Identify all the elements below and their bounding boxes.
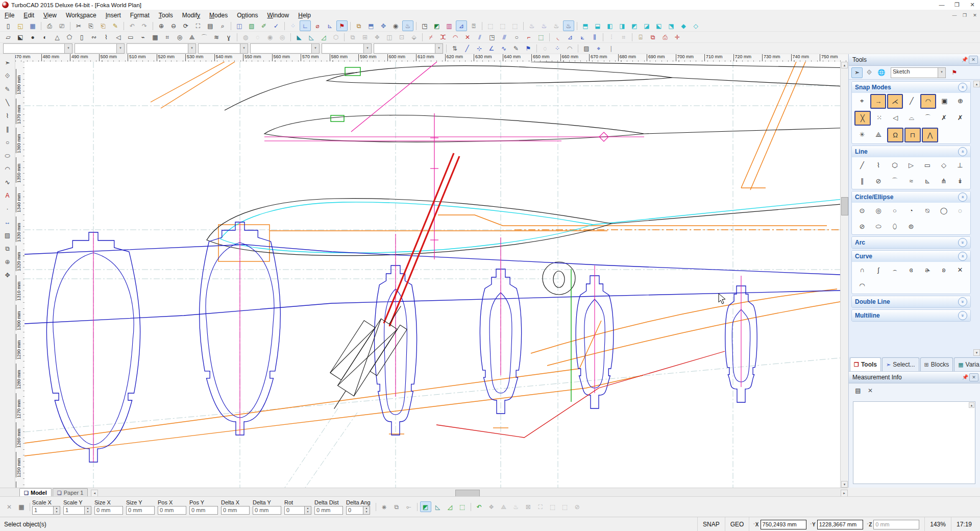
tb-modify-mirror[interactable]: ◳: [486, 32, 498, 42]
palette-scrollbar[interactable]: ▴ ▾: [973, 80, 980, 357]
tb-zoom-dynamic[interactable]: ⟳: [180, 20, 191, 31]
tb-insp-node-edit[interactable]: ⟜: [403, 501, 414, 512]
tb-line-polyline[interactable]: ⌇: [871, 158, 886, 172]
tb-stamp-tool[interactable]: ⎙: [659, 32, 671, 42]
tb-sel-cp[interactable]: ◿: [445, 501, 456, 512]
tb-magnetic-point[interactable]: ⚑: [336, 20, 348, 31]
tb-palette-node-edit[interactable]: ⟐: [864, 67, 875, 78]
tb-3d-prism[interactable]: ⬠: [64, 32, 75, 42]
tb-palette-workspace[interactable]: 🌐: [876, 67, 887, 78]
tb-line-rectangle[interactable]: ▭: [920, 158, 935, 172]
tb-prop-tick[interactable]: ∣: [605, 43, 617, 54]
tb-insert-picture[interactable]: ▧: [246, 20, 257, 31]
tb-3d-extrude[interactable]: ⟁: [186, 32, 198, 42]
tb-redo[interactable]: ↷: [139, 20, 150, 31]
tb-sel-wp[interactable]: ◺: [432, 501, 444, 512]
field-value-input[interactable]: 0 mm: [221, 506, 250, 515]
tb-view-iso-se[interactable]: ⬒: [580, 20, 591, 31]
combo-arrow-icon[interactable]: ▾: [116, 44, 124, 53]
tb-3d-cone[interactable]: △: [52, 32, 63, 42]
tb-insp-calculator[interactable]: ▦: [16, 501, 27, 512]
tb-format-painter[interactable]: ✎: [110, 20, 121, 31]
tb-edit-image[interactable]: ◩: [431, 20, 443, 31]
tb-modify-circle[interactable]: ○: [511, 32, 522, 42]
mdi-close-icon[interactable]: ✕: [970, 13, 980, 18]
section-header[interactable]: Line»: [852, 146, 970, 157]
tb-bool-subtract[interactable]: ◌: [252, 32, 263, 42]
tb-line-segment[interactable]: ╱: [854, 158, 870, 172]
tb-undo[interactable]: ↶: [127, 20, 138, 31]
tb-select-edge[interactable]: ⬚: [485, 20, 496, 31]
tb-circle-triple-point[interactable]: ◔: [903, 204, 919, 218]
tb-modify-bend[interactable]: ⌐: [523, 32, 534, 42]
tb-insp-extents[interactable]: ⛶: [535, 501, 546, 512]
tb-cut[interactable]: ✂: [73, 20, 84, 31]
tb-curve-loop-ccw[interactable]: ɚ: [920, 263, 935, 277]
tb-snap-quadrant[interactable]: ⊕: [953, 94, 968, 108]
field-value-input[interactable]: 0 mm: [158, 506, 186, 515]
tb-prop-arc[interactable]: ◠: [564, 43, 575, 54]
tb-3d-box[interactable]: ▱: [3, 32, 14, 42]
tab-model[interactable]: ❏ Model: [19, 488, 52, 497]
tb-line-tangent-from-arc[interactable]: ⌒: [887, 174, 902, 188]
tb-spell-check[interactable]: ✓: [271, 20, 282, 31]
tb-modify-split[interactable]: ⫻: [499, 32, 510, 42]
tb-mi-close[interactable]: ✕: [865, 385, 876, 396]
tb-open[interactable]: ◱: [15, 20, 26, 31]
tb-3d-revolve[interactable]: ◎: [174, 32, 185, 42]
tb-insp-copy-mode[interactable]: ⧉: [391, 501, 402, 512]
vscroll-thumb[interactable]: [841, 197, 848, 215]
tb-arc[interactable]: ◠: [2, 163, 14, 175]
tb-ellipse[interactable]: ⬭: [871, 220, 886, 233]
field-value-input[interactable]: 0: [346, 506, 363, 515]
tb-3d-mesh[interactable]: ▦: [150, 32, 161, 42]
tb-prop-node[interactable]: ⊹: [474, 43, 485, 54]
tb-insp-undo-selection[interactable]: ↶: [474, 501, 485, 512]
tb-zoom-previous[interactable]: ⌕: [217, 20, 228, 31]
combo-arrow-icon[interactable]: ▾: [938, 68, 945, 78]
measurement-list[interactable]: ▴: [853, 401, 975, 484]
tb-camera-view[interactable]: ◉: [390, 20, 401, 31]
spinner[interactable]: ▲▼: [54, 506, 60, 515]
property-combo-5[interactable]: ▾: [250, 43, 320, 54]
tb-text[interactable]: A: [2, 189, 14, 202]
tb-view-cube-back[interactable]: ◧: [604, 20, 616, 31]
tb-bool-intersect[interactable]: ◉: [264, 32, 276, 42]
tb-3d-sweep[interactable]: ⌒: [199, 32, 210, 42]
tb-print[interactable]: ⎙: [44, 20, 55, 31]
tb-chamfer-2d[interactable]: ⟀: [577, 32, 588, 42]
tb-view-cube-top[interactable]: ◪: [641, 20, 652, 31]
chevron-up-icon[interactable]: »: [958, 147, 967, 156]
tb-snap-aperture[interactable]: ✳: [854, 128, 870, 141]
tb-modify-shrink[interactable]: ⫽: [474, 32, 485, 42]
tb-zoom-extents[interactable]: ⛶: [192, 20, 204, 31]
tb-copy-radial[interactable]: ❖: [372, 32, 383, 42]
tb-copy-fit[interactable]: ⊡: [396, 32, 407, 42]
property-combo-7[interactable]: ▾: [374, 43, 443, 54]
tb-chamfer[interactable]: ⊿: [565, 32, 576, 42]
mdi-minimize-icon[interactable]: —: [949, 13, 960, 18]
horizontal-ruler[interactable]: 470 mm480 mm490 mm500 mm510 mm520 mm530 …: [15, 54, 848, 62]
tb-snap-intersection[interactable]: ╳: [854, 111, 871, 126]
tb-fillet[interactable]: ◟: [552, 32, 564, 42]
combo-arrow-icon[interactable]: ▾: [363, 44, 371, 53]
tb-circle-tan-triple[interactable]: ◌: [952, 204, 968, 218]
spinner[interactable]: ▲▼: [305, 506, 311, 515]
tb-curve-bezier[interactable]: ∩: [854, 263, 870, 277]
tb-tag-tool[interactable]: ⌻: [635, 32, 646, 42]
tb-mi-list[interactable]: ▤: [852, 385, 864, 396]
tb-circle-radius[interactable]: ⊘: [854, 220, 870, 233]
tb-circle-concentric[interactable]: ◎: [871, 204, 886, 218]
tb-snap-workplane[interactable]: ⌓: [904, 111, 919, 125]
palette-scroll-up-icon[interactable]: ▴: [973, 81, 980, 87]
tb-3d-sphere[interactable]: ●: [27, 32, 38, 42]
tb-copy[interactable]: ⎘: [85, 20, 96, 31]
menu-view[interactable]: View: [39, 11, 61, 20]
hscroll-thumb[interactable]: [455, 490, 480, 497]
tb-workspace-paper[interactable]: ⧉: [353, 20, 364, 31]
tb-3d-grid[interactable]: ⌗: [162, 32, 173, 42]
tb-no-snap-mode[interactable]: ⌀: [312, 20, 323, 31]
tb-render-draft[interactable]: ♨: [551, 20, 562, 31]
tb-insp-triangles[interactable]: ⟁: [498, 501, 509, 512]
zoom-level[interactable]: 143%: [925, 521, 951, 528]
